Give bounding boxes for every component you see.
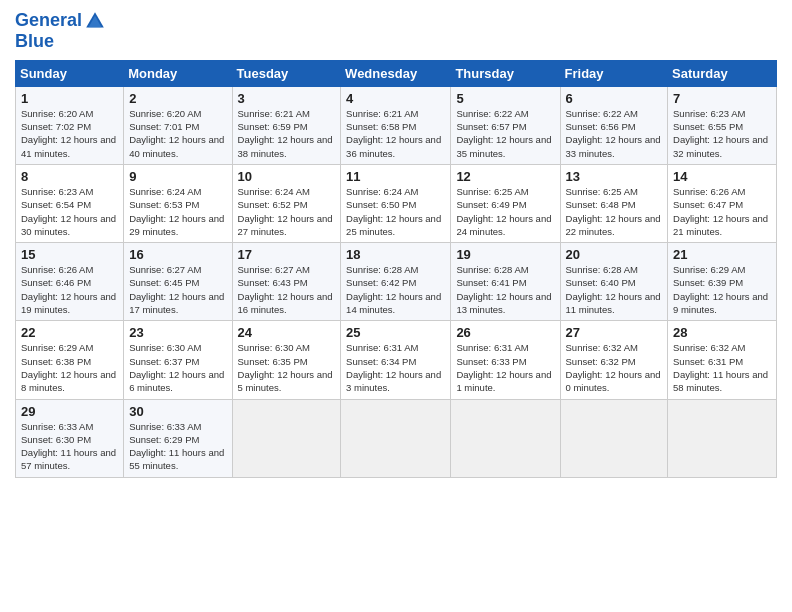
day-info: Sunrise: 6:30 AM Sunset: 6:37 PM Dayligh… <box>129 341 226 394</box>
calendar-week-row: 22 Sunrise: 6:29 AM Sunset: 6:38 PM Dayl… <box>16 321 777 399</box>
day-info: Sunrise: 6:29 AM Sunset: 6:38 PM Dayligh… <box>21 341 118 394</box>
weekday-header: Wednesday <box>341 60 451 86</box>
calendar-week-row: 8 Sunrise: 6:23 AM Sunset: 6:54 PM Dayli… <box>16 164 777 242</box>
day-number: 24 <box>238 325 336 340</box>
calendar-cell: 27 Sunrise: 6:32 AM Sunset: 6:32 PM Dayl… <box>560 321 668 399</box>
calendar-cell: 15 Sunrise: 6:26 AM Sunset: 6:46 PM Dayl… <box>16 243 124 321</box>
weekday-header: Sunday <box>16 60 124 86</box>
day-number: 28 <box>673 325 771 340</box>
day-info: Sunrise: 6:26 AM Sunset: 6:46 PM Dayligh… <box>21 263 118 316</box>
day-info: Sunrise: 6:22 AM Sunset: 6:57 PM Dayligh… <box>456 107 554 160</box>
calendar-cell: 13 Sunrise: 6:25 AM Sunset: 6:48 PM Dayl… <box>560 164 668 242</box>
calendar-cell: 5 Sunrise: 6:22 AM Sunset: 6:57 PM Dayli… <box>451 86 560 164</box>
day-number: 13 <box>566 169 663 184</box>
calendar-week-row: 29 Sunrise: 6:33 AM Sunset: 6:30 PM Dayl… <box>16 399 777 477</box>
calendar-week-row: 15 Sunrise: 6:26 AM Sunset: 6:46 PM Dayl… <box>16 243 777 321</box>
day-info: Sunrise: 6:27 AM Sunset: 6:45 PM Dayligh… <box>129 263 226 316</box>
day-number: 21 <box>673 247 771 262</box>
calendar-cell: 16 Sunrise: 6:27 AM Sunset: 6:45 PM Dayl… <box>124 243 232 321</box>
calendar-cell: 28 Sunrise: 6:32 AM Sunset: 6:31 PM Dayl… <box>668 321 777 399</box>
calendar-cell: 1 Sunrise: 6:20 AM Sunset: 7:02 PM Dayli… <box>16 86 124 164</box>
day-number: 17 <box>238 247 336 262</box>
logo-text-blue: Blue <box>15 32 106 52</box>
day-number: 25 <box>346 325 445 340</box>
day-info: Sunrise: 6:24 AM Sunset: 6:53 PM Dayligh… <box>129 185 226 238</box>
calendar-cell <box>232 399 341 477</box>
day-info: Sunrise: 6:30 AM Sunset: 6:35 PM Dayligh… <box>238 341 336 394</box>
logo-icon <box>84 10 106 32</box>
day-number: 11 <box>346 169 445 184</box>
day-number: 23 <box>129 325 226 340</box>
day-number: 10 <box>238 169 336 184</box>
header: General Blue <box>15 10 777 52</box>
day-info: Sunrise: 6:27 AM Sunset: 6:43 PM Dayligh… <box>238 263 336 316</box>
logo: General Blue <box>15 10 106 52</box>
calendar-cell <box>341 399 451 477</box>
calendar-cell: 21 Sunrise: 6:29 AM Sunset: 6:39 PM Dayl… <box>668 243 777 321</box>
day-info: Sunrise: 6:21 AM Sunset: 6:59 PM Dayligh… <box>238 107 336 160</box>
calendar-cell: 23 Sunrise: 6:30 AM Sunset: 6:37 PM Dayl… <box>124 321 232 399</box>
day-info: Sunrise: 6:20 AM Sunset: 7:01 PM Dayligh… <box>129 107 226 160</box>
day-number: 8 <box>21 169 118 184</box>
day-info: Sunrise: 6:28 AM Sunset: 6:42 PM Dayligh… <box>346 263 445 316</box>
day-info: Sunrise: 6:28 AM Sunset: 6:41 PM Dayligh… <box>456 263 554 316</box>
calendar-cell: 19 Sunrise: 6:28 AM Sunset: 6:41 PM Dayl… <box>451 243 560 321</box>
day-info: Sunrise: 6:31 AM Sunset: 6:33 PM Dayligh… <box>456 341 554 394</box>
day-info: Sunrise: 6:25 AM Sunset: 6:48 PM Dayligh… <box>566 185 663 238</box>
day-info: Sunrise: 6:29 AM Sunset: 6:39 PM Dayligh… <box>673 263 771 316</box>
logo-text: General <box>15 10 106 32</box>
day-number: 5 <box>456 91 554 106</box>
day-number: 15 <box>21 247 118 262</box>
day-info: Sunrise: 6:23 AM Sunset: 6:54 PM Dayligh… <box>21 185 118 238</box>
day-number: 7 <box>673 91 771 106</box>
day-info: Sunrise: 6:33 AM Sunset: 6:30 PM Dayligh… <box>21 420 118 473</box>
calendar-cell: 22 Sunrise: 6:29 AM Sunset: 6:38 PM Dayl… <box>16 321 124 399</box>
day-number: 12 <box>456 169 554 184</box>
calendar-cell <box>560 399 668 477</box>
calendar-cell: 30 Sunrise: 6:33 AM Sunset: 6:29 PM Dayl… <box>124 399 232 477</box>
calendar-cell: 18 Sunrise: 6:28 AM Sunset: 6:42 PM Dayl… <box>341 243 451 321</box>
calendar-week-row: 1 Sunrise: 6:20 AM Sunset: 7:02 PM Dayli… <box>16 86 777 164</box>
day-info: Sunrise: 6:20 AM Sunset: 7:02 PM Dayligh… <box>21 107 118 160</box>
day-number: 29 <box>21 404 118 419</box>
day-number: 2 <box>129 91 226 106</box>
calendar-cell: 4 Sunrise: 6:21 AM Sunset: 6:58 PM Dayli… <box>341 86 451 164</box>
day-info: Sunrise: 6:25 AM Sunset: 6:49 PM Dayligh… <box>456 185 554 238</box>
calendar-cell: 10 Sunrise: 6:24 AM Sunset: 6:52 PM Dayl… <box>232 164 341 242</box>
day-number: 3 <box>238 91 336 106</box>
calendar-cell: 2 Sunrise: 6:20 AM Sunset: 7:01 PM Dayli… <box>124 86 232 164</box>
day-info: Sunrise: 6:28 AM Sunset: 6:40 PM Dayligh… <box>566 263 663 316</box>
page-container: General Blue SundayMondayTuesdayWednesda… <box>0 0 792 488</box>
day-info: Sunrise: 6:31 AM Sunset: 6:34 PM Dayligh… <box>346 341 445 394</box>
calendar-cell: 6 Sunrise: 6:22 AM Sunset: 6:56 PM Dayli… <box>560 86 668 164</box>
day-number: 1 <box>21 91 118 106</box>
day-info: Sunrise: 6:21 AM Sunset: 6:58 PM Dayligh… <box>346 107 445 160</box>
day-info: Sunrise: 6:24 AM Sunset: 6:50 PM Dayligh… <box>346 185 445 238</box>
day-number: 19 <box>456 247 554 262</box>
calendar-cell: 7 Sunrise: 6:23 AM Sunset: 6:55 PM Dayli… <box>668 86 777 164</box>
day-number: 9 <box>129 169 226 184</box>
weekday-header: Thursday <box>451 60 560 86</box>
day-number: 4 <box>346 91 445 106</box>
day-number: 30 <box>129 404 226 419</box>
calendar-cell <box>451 399 560 477</box>
day-number: 20 <box>566 247 663 262</box>
calendar-cell: 26 Sunrise: 6:31 AM Sunset: 6:33 PM Dayl… <box>451 321 560 399</box>
calendar-cell: 11 Sunrise: 6:24 AM Sunset: 6:50 PM Dayl… <box>341 164 451 242</box>
calendar-cell: 29 Sunrise: 6:33 AM Sunset: 6:30 PM Dayl… <box>16 399 124 477</box>
day-number: 14 <box>673 169 771 184</box>
day-number: 22 <box>21 325 118 340</box>
day-info: Sunrise: 6:32 AM Sunset: 6:31 PM Dayligh… <box>673 341 771 394</box>
calendar-cell: 20 Sunrise: 6:28 AM Sunset: 6:40 PM Dayl… <box>560 243 668 321</box>
header-row: SundayMondayTuesdayWednesdayThursdayFrid… <box>16 60 777 86</box>
calendar-cell: 17 Sunrise: 6:27 AM Sunset: 6:43 PM Dayl… <box>232 243 341 321</box>
calendar-cell: 12 Sunrise: 6:25 AM Sunset: 6:49 PM Dayl… <box>451 164 560 242</box>
weekday-header: Friday <box>560 60 668 86</box>
calendar-cell: 9 Sunrise: 6:24 AM Sunset: 6:53 PM Dayli… <box>124 164 232 242</box>
calendar-cell <box>668 399 777 477</box>
weekday-header: Tuesday <box>232 60 341 86</box>
calendar-cell: 3 Sunrise: 6:21 AM Sunset: 6:59 PM Dayli… <box>232 86 341 164</box>
day-number: 18 <box>346 247 445 262</box>
day-number: 6 <box>566 91 663 106</box>
day-info: Sunrise: 6:32 AM Sunset: 6:32 PM Dayligh… <box>566 341 663 394</box>
